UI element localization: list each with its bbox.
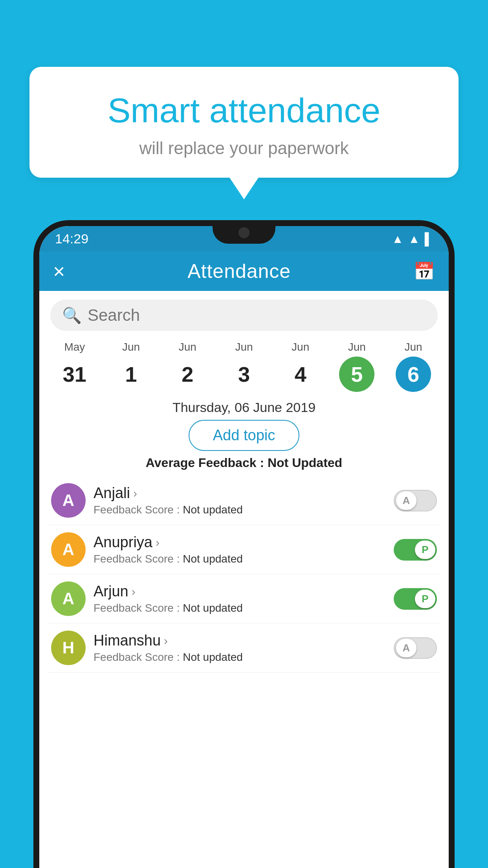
calendar-strip: May31Jun1Jun2Jun3Jun4Jun5Jun6 [39,337,449,394]
phone-screen: 14:29 ▲ ▲ ▌ × Attendance 📅 🔍 May31Jun1Ju… [39,226,449,868]
avg-feedback-value: Not Updated [268,456,342,470]
search-input[interactable] [88,306,426,325]
day-number[interactable]: 6 [396,357,431,392]
toggle-thumb: A [396,639,416,657]
toggle-container[interactable]: P [394,539,437,561]
student-info: Arjun ›Feedback Score : Not updated [94,583,386,614]
toggle-thumb: P [415,541,435,559]
selected-date: Thursday, 06 June 2019 [39,400,449,415]
phone-frame: 14:29 ▲ ▲ ▌ × Attendance 📅 🔍 May31Jun1Ju… [33,220,455,868]
student-avatar: A [51,483,86,518]
student-info: Himanshu ›Feedback Score : Not updated [94,632,386,664]
toggle-container[interactable]: P [394,588,437,610]
student-item[interactable]: AAnupriya ›Feedback Score : Not updatedP [47,525,441,574]
score-value: Not updated [183,602,243,614]
day-month: Jun [122,341,140,353]
status-time: 14:29 [55,231,88,246]
phone-camera [238,227,250,238]
student-score: Feedback Score : Not updated [94,651,386,664]
calendar-day[interactable]: Jun5 [337,341,376,392]
student-item[interactable]: AArjun ›Feedback Score : Not updatedP [47,574,441,623]
attendance-toggle[interactable]: A [394,490,437,511]
score-value: Not updated [183,504,243,516]
average-feedback: Average Feedback : Not Updated [39,456,449,470]
calendar-day[interactable]: Jun1 [112,341,151,392]
close-button[interactable]: × [53,259,65,283]
attendance-toggle[interactable]: A [394,637,437,659]
toggle-thumb: P [415,590,435,608]
attendance-toggle[interactable]: P [394,588,437,610]
day-number[interactable]: 5 [339,357,374,392]
student-score: Feedback Score : Not updated [94,504,386,516]
phone-notch [213,220,275,244]
student-item[interactable]: HHimanshu ›Feedback Score : Not updatedA [47,623,441,673]
chevron-right-icon: › [156,536,160,549]
calendar-day[interactable]: Jun2 [168,341,207,392]
bubble-title: Smart attendance [49,90,439,131]
chevron-right-icon: › [133,487,137,500]
toggle-container[interactable]: A [394,490,437,511]
student-list: AAnjali ›Feedback Score : Not updatedAAA… [39,476,449,673]
bubble-subtitle: will replace your paperwork [49,138,439,158]
speech-bubble: Smart attendance will replace your paper… [29,67,459,178]
calendar-day[interactable]: Jun6 [394,341,433,392]
day-number[interactable]: 3 [226,357,262,392]
score-value: Not updated [183,651,243,663]
student-score: Feedback Score : Not updated [94,602,386,614]
signal-icon: ▲ [408,232,420,246]
add-topic-button[interactable]: Add topic [189,420,299,451]
toggle-container[interactable]: A [394,637,437,659]
day-month: Jun [179,341,196,353]
day-month: May [64,341,85,353]
status-icons: ▲ ▲ ▌ [392,232,433,246]
calendar-day[interactable]: Jun3 [224,341,264,392]
chevron-right-icon: › [164,634,168,647]
student-avatar: H [51,631,86,665]
calendar-icon[interactable]: 📅 [413,261,435,281]
student-name[interactable]: Anupriya › [94,534,386,551]
calendar-day[interactable]: May31 [55,341,94,392]
student-avatar: A [51,532,86,567]
day-number[interactable]: 2 [170,357,205,392]
search-icon: 🔍 [62,306,82,325]
student-info: Anupriya ›Feedback Score : Not updated [94,534,386,565]
toggle-thumb: A [396,491,416,510]
app-header: × Attendance 📅 [39,252,449,291]
student-info: Anjali ›Feedback Score : Not updated [94,485,386,516]
calendar-day[interactable]: Jun4 [281,341,320,392]
day-number[interactable]: 4 [283,357,318,392]
chevron-right-icon: › [132,585,136,598]
student-name[interactable]: Himanshu › [94,632,386,649]
student-avatar: A [51,581,86,616]
student-name[interactable]: Anjali › [94,485,386,502]
score-value: Not updated [183,553,243,565]
wifi-icon: ▲ [392,232,404,246]
day-month: Jun [404,341,422,353]
day-month: Jun [292,341,309,353]
student-item[interactable]: AAnjali ›Feedback Score : Not updatedA [47,476,441,525]
student-name[interactable]: Arjun › [94,583,386,600]
attendance-toggle[interactable]: P [394,539,437,561]
header-title: Attendance [187,260,291,283]
search-bar[interactable]: 🔍 [50,300,438,331]
student-score: Feedback Score : Not updated [94,553,386,565]
day-month: Jun [235,341,253,353]
day-number[interactable]: 1 [114,357,149,392]
battery-icon: ▌ [425,232,433,246]
avg-feedback-label: Average Feedback : [146,456,268,470]
day-number[interactable]: 31 [57,357,92,392]
day-month: Jun [348,341,366,353]
